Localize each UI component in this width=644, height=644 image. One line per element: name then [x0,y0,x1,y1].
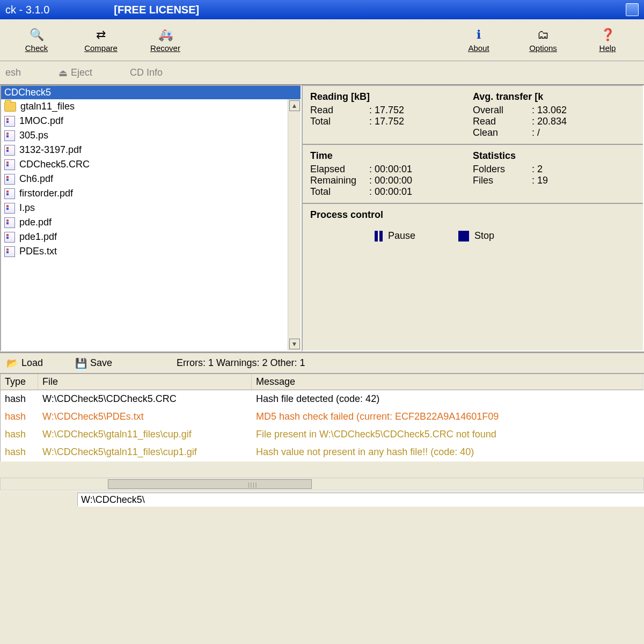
file-icon [4,217,15,228]
log-toolbar: 📂Load 💾Save Errors: 1 Warnings: 2 Other:… [0,353,644,374]
table-row[interactable]: hashW:\CDCheck5\PDEs.txtMD5 hash check f… [1,408,643,426]
list-item[interactable]: Ch6.pdf [1,172,288,186]
eject-button[interactable]: ⏏Eject [58,67,92,79]
options-icon: 🗂 [535,27,552,42]
reading-header: Reading [kB] [310,91,473,103]
save-button[interactable]: 💾Save [75,357,112,369]
titlebar: ck - 3.1.0 [FREE LICENSE] [0,0,644,19]
about-button[interactable]: ℹ About [447,21,511,58]
compare-icon: ⇄ [92,27,109,42]
list-item[interactable]: PDEs.txt [1,244,288,259]
stats-header: Statistics [473,150,635,162]
list-item[interactable]: pde.pdf [1,215,288,230]
cell-type: hash [1,445,38,459]
file-icon [4,130,15,141]
recover-icon: 🚑 [157,27,174,42]
stats-panel: Reading [kB] Read: 17.752 Total: 17.752 … [302,85,644,352]
main-toolbar: 🔍 Check ⇄ Compare 🚑 Recover ℹ About 🗂 Op… [0,19,644,61]
file-icon [4,203,15,214]
load-button[interactable]: 📂Load [6,357,43,369]
cdinfo-button[interactable]: CD Info [130,67,163,78]
cell-type: hash [1,428,38,441]
transfer-header: Avg. transfer [k [473,91,635,103]
col-message[interactable]: Message [252,374,643,390]
scroll-thumb[interactable]: |||| [108,479,312,489]
log-header: Type File Message [1,374,643,390]
recover-button[interactable]: 🚑 Recover [133,21,197,58]
cell-type: hash [1,410,38,423]
open-icon: 📂 [6,357,18,369]
save-icon: 💾 [75,357,87,369]
list-item[interactable]: gtaln11_files [1,99,288,114]
cell-type: hash [1,392,38,406]
file-icon [4,232,15,243]
list-item[interactable]: 1MOC.pdf [1,114,288,128]
app-title: ck - 3.1.0 [5,4,49,16]
check-icon: 🔍 [28,27,45,42]
eject-icon: ⏏ [58,67,68,79]
table-row[interactable]: hashW:\CDCheck5\gtaln11_files\cup1.gifHa… [1,443,643,461]
options-button[interactable]: 🗂 Options [511,21,575,58]
license-label: [FREE LICENSE] [114,4,199,16]
cell-file: W:\CDCheck5\gtaln11_files\cup1.gif [38,445,252,459]
pause-button[interactable]: Pause [375,230,415,241]
cell-file: W:\CDCheck5\gtaln11_files\cup.gif [38,428,252,441]
file-icon [4,145,15,156]
cell-msg: Hash value not present in any hash file!… [252,445,643,459]
horizontal-scrollbar[interactable]: |||| [0,478,644,491]
help-icon: ❓ [599,27,616,42]
scroll-down-icon[interactable]: ▼ [289,339,300,349]
pause-icon [375,231,383,241]
file-icon [4,174,15,185]
list-item[interactable]: 3132-3197.pdf [1,143,288,157]
time-header: Time [310,150,473,162]
log-summary: Errors: 1 Warnings: 2 Other: 1 [177,357,305,369]
stop-icon [458,231,469,241]
list-item[interactable]: I.ps [1,201,288,215]
list-item[interactable]: firstorder.pdf [1,186,288,201]
cell-file: W:\CDCheck5\PDEs.txt [38,410,252,423]
cell-msg: MD5 hash check failed (current: ECF2B22A… [252,410,643,423]
col-file[interactable]: File [38,374,252,390]
cell-msg: Hash file detected (code: 42) [252,392,643,406]
table-row[interactable]: hashW:\CDCheck5\gtaln11_files\cup.gifFil… [1,426,643,443]
secondary-toolbar: esh ⏏Eject CD Info [0,61,644,85]
folder-icon [4,102,16,112]
cell-msg: File present in W:\CDCheck5\CDCheck5.CRC… [252,428,643,441]
col-type[interactable]: Type [1,374,38,390]
about-icon: ℹ [470,27,487,42]
file-browser: CDCheck5 gtaln11_files 1MOC.pdf 305.ps 3… [0,85,302,352]
list-item[interactable]: pde1.pdf [1,230,288,244]
window-icon[interactable] [626,3,639,16]
help-button[interactable]: ❓ Help [575,21,640,58]
cell-file: W:\CDCheck5\CDCheck5.CRC [38,392,252,406]
process-header: Process control [310,209,635,221]
file-list[interactable]: gtaln11_files 1MOC.pdf 305.ps 3132-3197.… [1,99,288,350]
compare-button[interactable]: ⇄ Compare [69,21,133,58]
scrollbar[interactable]: ▲ ▼ [288,99,301,350]
table-row[interactable]: hashW:\CDCheck5\CDCheck5.CRCHash file de… [1,390,643,408]
file-icon [4,188,15,199]
list-item[interactable]: CDCheck5.CRC [1,157,288,172]
selected-folder[interactable]: CDCheck5 [1,86,301,99]
list-item[interactable]: 305.ps [1,128,288,143]
file-icon [4,159,15,170]
log-table: Type File Message hashW:\CDCheck5\CDChec… [0,374,644,462]
file-icon [4,246,15,257]
path-field[interactable]: W:\CDCheck5\ [77,493,644,507]
status-bar: W:\CDCheck5\ [0,491,644,508]
stop-button[interactable]: Stop [458,230,494,241]
check-button[interactable]: 🔍 Check [4,21,69,58]
scroll-up-icon[interactable]: ▲ [289,100,300,111]
refresh-button[interactable]: esh [5,67,21,78]
file-icon [4,116,15,127]
